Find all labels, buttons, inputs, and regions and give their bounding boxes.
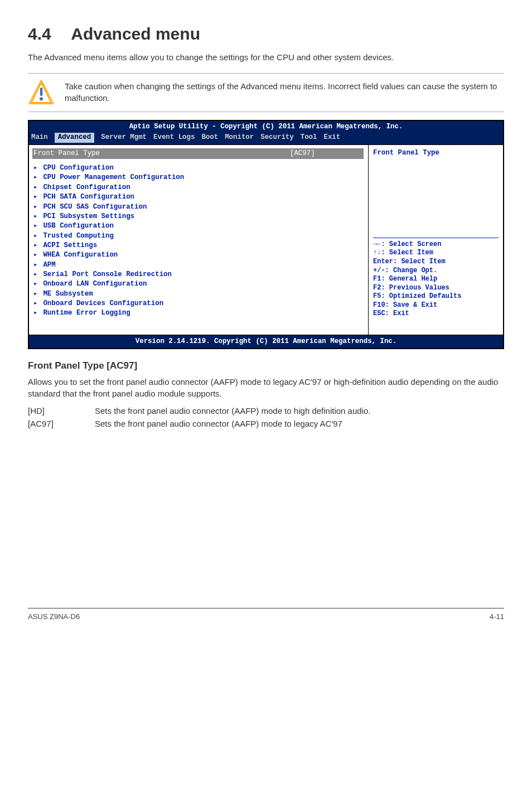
bios-help-line: F10: Save & Exit [373, 301, 499, 310]
bios-help-line: Enter: Select Item [373, 258, 499, 267]
bios-menu-main: Main [31, 133, 48, 142]
front-panel-heading: Front Panel Type [AC97] [28, 359, 504, 373]
triangle-icon: ▸ [33, 163, 39, 173]
bios-selected-row: Front Panel Type [AC97] [32, 148, 364, 159]
triangle-icon: ▸ [33, 183, 39, 192]
triangle-icon: ▸ [33, 202, 39, 212]
caution-icon [28, 79, 55, 106]
bios-right-title: Front Panel Type [373, 148, 499, 238]
bios-screenshot: Aptio Setup Utility - Copyright (C) 2011… [28, 120, 504, 349]
bios-item-label: CPU Configuration [39, 164, 114, 172]
bios-item-label: CPU Power Management Configuration [39, 173, 184, 181]
bios-body: Front Panel Type [AC97] ▸ CPU Configurat… [29, 144, 503, 335]
triangle-icon: ▸ [33, 241, 39, 250]
bios-menu-advanced: Advanced [55, 133, 95, 142]
bios-item-label: Chipset Configuration [39, 183, 130, 191]
bios-item: ▸ Onboard Devices Configuration [32, 299, 364, 308]
option-row: [HD]Sets the front panel audio connector… [28, 405, 504, 417]
bios-item-label: Onboard Devices Configuration [39, 299, 163, 307]
bios-item-label: Runtime Error Logging [39, 309, 130, 317]
bios-item: ▸ Chipset Configuration [32, 183, 364, 192]
bios-item-label: ACPI Settings [39, 241, 97, 249]
bios-item: ▸ PCH SATA Configuration [32, 192, 364, 202]
bios-item: ▸ APM [32, 260, 364, 270]
option-key: [AC97] [28, 418, 95, 429]
triangle-icon: ▸ [33, 260, 39, 270]
bios-menu-tool: Tool [301, 133, 317, 142]
bios-help-line: ↑↓: Select Item [373, 249, 499, 258]
bios-menu-server-mgmt: Server Mgmt [101, 133, 147, 142]
bios-item: ▸ Runtime Error Logging [32, 308, 364, 318]
triangle-icon: ▸ [33, 231, 39, 241]
bios-item: ▸ CPU Configuration [32, 163, 364, 173]
bios-footer: Version 2.14.1219. Copyright (C) 2011 Am… [29, 335, 503, 348]
warning-box: Take caution when changing the settings … [28, 74, 504, 112]
bios-item-label: ME Subsystem [39, 290, 93, 298]
option-value: Sets the front panel audio connector (AA… [95, 418, 504, 429]
option-key: [HD] [28, 405, 95, 417]
page-footer: ASUS Z9NA-D6 4-11 [28, 608, 504, 622]
bios-right-pane: Front Panel Type →←: Select Screen↑↓: Se… [368, 145, 503, 335]
bios-menu-event-logs: Event Logs [153, 133, 195, 142]
bios-item-label: Serial Port Console Redirection [39, 270, 172, 278]
bios-item: ▸ WHEA Configuration [32, 250, 364, 260]
bios-help-line: +/-: Change Opt. [373, 267, 499, 276]
bios-item-label: APM [39, 261, 56, 269]
option-value: Sets the front panel audio connector (AA… [95, 405, 504, 417]
footer-product: ASUS Z9NA-D6 [28, 612, 80, 622]
bios-item: ▸ Onboard LAN Configuration [32, 279, 364, 289]
triangle-icon: ▸ [33, 308, 39, 318]
triangle-icon: ▸ [33, 221, 39, 231]
bios-item-label: PCH SCU SAS Configuration [39, 203, 147, 211]
bios-item-label: PCI Subsystem Settings [39, 212, 134, 220]
bios-menu-security: Security [260, 133, 294, 142]
bios-item: ▸ Serial Port Console Redirection [32, 270, 364, 279]
svg-point-4 [40, 97, 43, 100]
bios-menu-exit: Exit [323, 133, 340, 142]
bios-help-line: ESC: Exit [373, 310, 499, 318]
bios-item-label: Onboard LAN Configuration [39, 280, 147, 288]
triangle-icon: ▸ [33, 212, 39, 221]
svg-rect-3 [40, 88, 43, 96]
bios-item-label: Trusted Computing [39, 232, 114, 240]
page-heading: 4.4 Advanced menu [28, 22, 504, 46]
divider [28, 112, 504, 112]
bios-menubar: MainAdvancedServer MgmtEvent LogsBootMon… [29, 132, 503, 144]
bios-item: ▸ CPU Power Management Configuration [32, 173, 364, 182]
bios-left-pane: Front Panel Type [AC97] ▸ CPU Configurat… [29, 145, 368, 335]
triangle-icon: ▸ [33, 173, 39, 182]
triangle-icon: ▸ [33, 279, 39, 289]
heading-number: 4.4 [28, 22, 67, 46]
bios-help-keys: →←: Select Screen↑↓: Select ItemEnter: S… [373, 240, 499, 318]
intro-paragraph: The Advanced menu items allow you to cha… [28, 51, 504, 63]
footer-page-number: 4-11 [490, 612, 504, 622]
bios-item: ▸ PCI Subsystem Settings [32, 212, 364, 221]
bios-menu-monitor: Monitor [225, 133, 254, 142]
bios-item: ▸ USB Configuration [32, 221, 364, 231]
triangle-icon: ▸ [33, 289, 39, 299]
bios-selected-value: [AC97] [290, 149, 362, 158]
bios-help-line: F5: Optimized Defaults [373, 292, 499, 301]
bios-title: Aptio Setup Utility - Copyright (C) 2011… [29, 121, 503, 132]
bios-menu-boot: Boot [201, 133, 218, 142]
bios-item-label: WHEA Configuration [39, 251, 118, 259]
bios-item: ▸ ACPI Settings [32, 241, 364, 250]
bios-item: ▸ PCH SCU SAS Configuration [32, 202, 364, 212]
bios-item-label: USB Configuration [39, 222, 114, 230]
bios-help-line: F2: Previous Values [373, 284, 499, 293]
bios-selected-label: Front Panel Type [33, 149, 290, 158]
triangle-icon: ▸ [33, 192, 39, 202]
triangle-icon: ▸ [33, 270, 39, 279]
bios-item-label: PCH SATA Configuration [39, 193, 134, 201]
front-panel-body: Allows you to set the front panel audio … [28, 376, 504, 399]
bios-item: ▸ Trusted Computing [32, 231, 364, 241]
bios-help-line: →←: Select Screen [373, 240, 499, 249]
option-row: [AC97]Sets the front panel audio connect… [28, 418, 504, 429]
triangle-icon: ▸ [33, 250, 39, 260]
warning-text: Take caution when changing the settings … [65, 79, 504, 104]
triangle-icon: ▸ [33, 299, 39, 308]
bios-help-line: F1: General Help [373, 275, 499, 284]
bios-item: ▸ ME Subsystem [32, 289, 364, 299]
heading-title: Advanced menu [71, 25, 200, 43]
